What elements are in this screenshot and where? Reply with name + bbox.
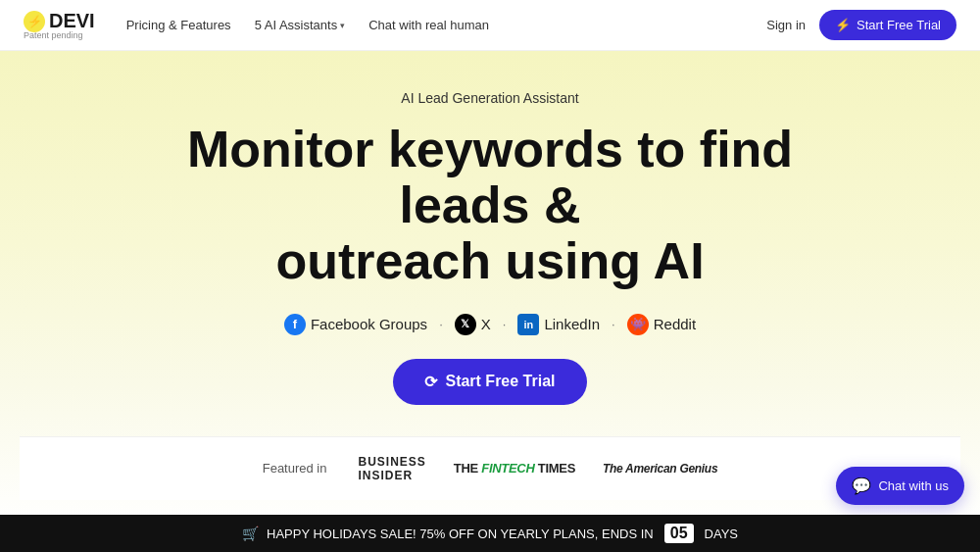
logo-business-insider: BUSINESSINSIDER bbox=[358, 455, 425, 482]
logo-american-genius: The American Genius bbox=[603, 462, 717, 476]
facebook-icon: f bbox=[284, 314, 306, 335]
featured-section: Featured in BUSINESSINSIDER THE FINTECH … bbox=[20, 436, 960, 500]
platform-separator-3: · bbox=[612, 317, 615, 331]
featured-label: Featured in bbox=[263, 461, 327, 476]
hero-platforms: f Facebook Groups · 𝕏 X · in LinkedIn · … bbox=[284, 314, 696, 335]
platform-separator-2: · bbox=[503, 317, 507, 331]
hero-trial-button[interactable]: ⟳ Start Free Trial bbox=[393, 359, 586, 405]
facebook-label: Facebook Groups bbox=[311, 316, 427, 332]
trial-icon: ⚡ bbox=[835, 18, 851, 32]
platform-separator-1: · bbox=[439, 317, 443, 331]
platform-facebook: f Facebook Groups bbox=[284, 314, 427, 335]
x-icon: 𝕏 bbox=[455, 314, 476, 335]
featured-logos: BUSINESSINSIDER THE FINTECH TIMES The Am… bbox=[358, 455, 717, 482]
hero-section: AI Lead Generation Assistant Monitor key… bbox=[0, 51, 980, 529]
nav-chat[interactable]: Chat with real human bbox=[368, 18, 489, 32]
navbar-right: Sign in ⚡ Start Free Trial bbox=[766, 10, 956, 40]
platform-linkedin: in LinkedIn bbox=[517, 314, 600, 335]
nav-links: Pricing & Features 5 AI Assistants ▾ Cha… bbox=[126, 18, 489, 32]
sale-icon: 🛒 bbox=[242, 526, 259, 541]
chat-icon: 💬 bbox=[852, 477, 871, 495]
days-number: 05 bbox=[664, 524, 694, 543]
reddit-label: Reddit bbox=[654, 316, 696, 332]
start-icon: ⟳ bbox=[424, 373, 437, 391]
chat-button[interactable]: 💬 Chat with us bbox=[836, 467, 964, 505]
linkedin-icon: in bbox=[517, 314, 539, 335]
sale-text: HAPPY HOLIDAYS SALE! 75% OFF ON YEARLY P… bbox=[267, 527, 654, 541]
linkedin-label: LinkedIn bbox=[544, 316, 600, 332]
navbar: ⚡ DEVI Patent pending Pricing & Features… bbox=[0, 0, 980, 51]
nav-trial-button[interactable]: ⚡ Start Free Trial bbox=[819, 10, 956, 40]
navbar-left: ⚡ DEVI Patent pending Pricing & Features… bbox=[24, 10, 489, 40]
x-label: X bbox=[481, 316, 491, 332]
nav-ai-assistants[interactable]: 5 AI Assistants ▾ bbox=[255, 18, 346, 32]
patent-text: Patent pending bbox=[24, 30, 83, 40]
logo-wrap: ⚡ DEVI Patent pending bbox=[24, 10, 95, 40]
logo[interactable]: ⚡ DEVI bbox=[24, 10, 95, 32]
sign-in-button[interactable]: Sign in bbox=[766, 18, 806, 32]
bottom-bar: 🛒 HAPPY HOLIDAYS SALE! 75% OFF ON YEARLY… bbox=[0, 515, 980, 552]
reddit-icon: 👾 bbox=[627, 314, 649, 335]
logo-icon: ⚡ bbox=[24, 11, 45, 32]
platform-reddit: 👾 Reddit bbox=[627, 314, 696, 335]
chevron-down-icon: ▾ bbox=[340, 21, 345, 30]
hero-tag: AI Lead Generation Assistant bbox=[401, 90, 578, 106]
days-label: DAYS bbox=[705, 527, 738, 541]
logo-fintech: THE FINTECH TIMES bbox=[454, 461, 575, 476]
platform-x: 𝕏 X bbox=[455, 314, 491, 335]
hero-title: Monitor keywords to find leads & outreac… bbox=[147, 122, 833, 290]
nav-pricing[interactable]: Pricing & Features bbox=[126, 18, 231, 32]
